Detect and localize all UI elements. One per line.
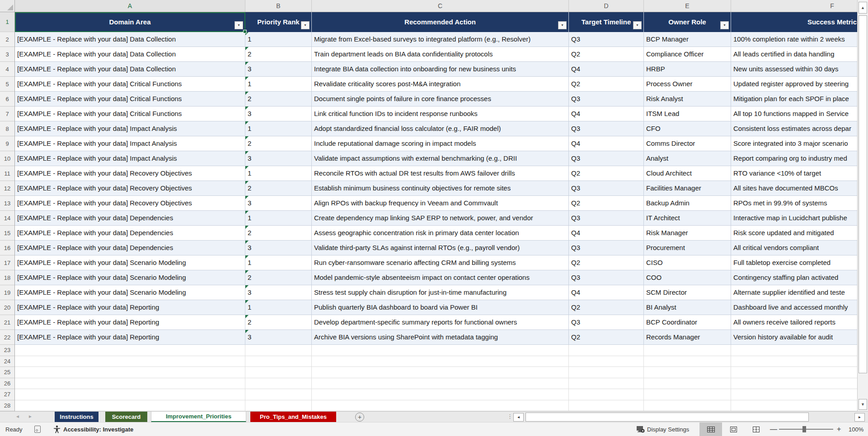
row-header-20[interactable]: 20 xyxy=(0,300,14,315)
cell-a15[interactable]: [EXAMPLE - Replace with your data] Depen… xyxy=(15,226,245,241)
cell-e15[interactable]: Risk Manager xyxy=(644,226,731,241)
cell-f11[interactable]: RTO variance <10% of target xyxy=(731,166,857,181)
cell-a22[interactable]: [EXAMPLE - Replace with your data] Repor… xyxy=(15,330,245,345)
cell-d12[interactable]: Q3 xyxy=(569,181,644,196)
cell-d4[interactable]: Q4 xyxy=(569,62,644,77)
cell-c19[interactable]: Stress test supply chain disruption for … xyxy=(312,285,569,300)
cell-b3[interactable]: 2 xyxy=(245,47,312,62)
cell-c6[interactable]: Document single points of failure in cor… xyxy=(312,92,569,107)
cell-b21[interactable]: 2 xyxy=(245,315,312,330)
cell-c9[interactable]: Include reputational damage scoring in i… xyxy=(312,136,569,151)
table-header-cell-f[interactable]: Success Metric xyxy=(731,12,857,32)
cell-a8[interactable]: [EXAMPLE - Replace with your data] Impac… xyxy=(15,121,245,136)
row-header-22[interactable]: 22 xyxy=(0,330,14,345)
select-all-button[interactable] xyxy=(0,0,15,12)
cell-e21[interactable]: BCP Coordinator xyxy=(644,315,731,330)
zoom-percentage-label[interactable]: 100% xyxy=(849,426,863,433)
cell-b9[interactable]: 2 xyxy=(245,136,312,151)
row-header-4[interactable]: 4 xyxy=(0,62,14,77)
row-header-21[interactable]: 21 xyxy=(0,315,14,330)
cell-f14[interactable]: Interactive map in Lucidchart publishe xyxy=(731,211,857,226)
cell-c18[interactable]: Model pandemic-style absenteeism impact … xyxy=(312,270,569,285)
cell-d8[interactable]: Q3 xyxy=(569,121,644,136)
cell-f7[interactable]: All top 10 functions mapped in Service xyxy=(731,107,857,121)
cell-a14[interactable]: [EXAMPLE - Replace with your data] Depen… xyxy=(15,211,245,226)
sheet-tab-instructions[interactable]: Instructions xyxy=(55,412,99,422)
cell-b13[interactable]: 3 xyxy=(245,196,312,211)
cell-f4[interactable]: New units assessed within 30 days xyxy=(731,62,857,77)
cell-b2[interactable]: 1 xyxy=(245,32,312,47)
cell-d15[interactable]: Q4 xyxy=(569,226,644,241)
cell-e20[interactable]: BI Analyst xyxy=(644,300,731,315)
column-header-d[interactable]: D xyxy=(569,0,644,12)
cell-f20[interactable]: Dashboard live and accessed monthly xyxy=(731,300,857,315)
cell-f16[interactable]: All critical vendors compliant xyxy=(731,241,857,255)
row-header-3[interactable]: 3 xyxy=(0,47,14,62)
cell-b5[interactable]: 1 xyxy=(245,77,312,92)
filter-dropdown-button[interactable]: ▼ xyxy=(558,21,567,29)
cell-c20[interactable]: Publish quarterly BIA dashboard to board… xyxy=(312,300,569,315)
hscroll-left-button[interactable]: ◄ xyxy=(513,413,524,422)
cell-c17[interactable]: Run cyber-ransomware scenario affecting … xyxy=(312,255,569,270)
cell-f9[interactable]: Score integrated into 3 major scenario xyxy=(731,136,857,151)
cell-e2[interactable]: BCP Manager xyxy=(644,32,731,47)
table-header-cell-d[interactable]: Target Timeline▼ xyxy=(569,12,644,32)
row-header-12[interactable]: 12 xyxy=(0,181,14,196)
column-header-b[interactable]: B xyxy=(245,0,312,12)
cell-a10[interactable]: [EXAMPLE - Replace with your data] Impac… xyxy=(15,151,245,166)
column-header-c[interactable]: C xyxy=(312,0,569,12)
cell-e10[interactable]: Analyst xyxy=(644,151,731,166)
cell-a12[interactable]: [EXAMPLE - Replace with your data] Recov… xyxy=(15,181,245,196)
cell-a17[interactable]: [EXAMPLE - Replace with your data] Scena… xyxy=(15,255,245,270)
cell-e18[interactable]: COO xyxy=(644,270,731,285)
cell-b17[interactable]: 1 xyxy=(245,255,312,270)
filter-dropdown-button[interactable]: ▼ xyxy=(633,21,642,29)
cell-f13[interactable]: RPOs met in 99.9% of systems xyxy=(731,196,857,211)
cell-b16[interactable]: 3 xyxy=(245,241,312,255)
cell-c13[interactable]: Align RPOs with backup frequency in Veea… xyxy=(312,196,569,211)
cell-e11[interactable]: Cloud Architect xyxy=(644,166,731,181)
cell-b8[interactable]: 1 xyxy=(245,121,312,136)
cell-e19[interactable]: SCM Director xyxy=(644,285,731,300)
cell-f15[interactable]: Risk score updated and mitigated xyxy=(731,226,857,241)
row-header-2[interactable]: 2 xyxy=(0,32,14,47)
filter-dropdown-button[interactable]: ▼ xyxy=(720,21,729,29)
cell-d11[interactable]: Q2 xyxy=(569,166,644,181)
row-header-13[interactable]: 13 xyxy=(0,196,14,211)
cell-a7[interactable]: [EXAMPLE - Replace with your data] Criti… xyxy=(15,107,245,121)
cell-e4[interactable]: HRBP xyxy=(644,62,731,77)
cell-c15[interactable]: Assess geographic concentration risk in … xyxy=(312,226,569,241)
cell-b6[interactable]: 2 xyxy=(245,92,312,107)
cell-e16[interactable]: Procurement xyxy=(644,241,731,255)
cell-f22[interactable]: Version history available for audit xyxy=(731,330,857,345)
table-header-cell-c[interactable]: Recommended Action▼ xyxy=(312,12,569,32)
cell-f17[interactable]: Full tabletop exercise completed xyxy=(731,255,857,270)
row-header-9[interactable]: 9 xyxy=(0,136,14,151)
cell-c3[interactable]: Train department leads on BIA data confi… xyxy=(312,47,569,62)
cell-d16[interactable]: Q3 xyxy=(569,241,644,255)
scrollbar-splitter-grip[interactable]: ⋮ xyxy=(507,413,513,420)
row-header-5[interactable]: 5 xyxy=(0,77,14,92)
row-header-8[interactable]: 8 xyxy=(0,121,14,136)
cell-a4[interactable]: [EXAMPLE - Replace with your data] Data … xyxy=(15,62,245,77)
cell-f8[interactable]: Consistent loss estimates across depar xyxy=(731,121,857,136)
cell-c21[interactable]: Develop department-specific summary repo… xyxy=(312,315,569,330)
hscroll-right-button[interactable]: ► xyxy=(854,413,865,422)
cell-b4[interactable]: 3 xyxy=(245,62,312,77)
cell-f10[interactable]: Report comparing org to industry med xyxy=(731,151,857,166)
cell-e6[interactable]: Risk Analyst xyxy=(644,92,731,107)
row-header-25[interactable]: 25 xyxy=(0,367,14,378)
zoom-in-button[interactable]: + xyxy=(837,425,841,433)
tab-scroll-right-icon[interactable]: ► xyxy=(28,414,33,419)
cell-c12[interactable]: Establish minimum business continuity ob… xyxy=(312,181,569,196)
cell-b18[interactable]: 2 xyxy=(245,270,312,285)
cell-e7[interactable]: ITSM Lead xyxy=(644,107,731,121)
column-header-e[interactable]: E xyxy=(644,0,731,12)
macro-record-icon[interactable] xyxy=(34,426,41,433)
sheet-tab-scorecard[interactable]: Scorecard xyxy=(105,412,147,422)
add-sheet-button[interactable]: + xyxy=(355,413,364,422)
accessibility-status-label[interactable]: Accessibility: Investigate xyxy=(63,426,133,433)
scroll-down-button[interactable]: ▼ xyxy=(859,399,867,410)
cell-d14[interactable]: Q3 xyxy=(569,211,644,226)
row-header-18[interactable]: 18 xyxy=(0,270,14,285)
